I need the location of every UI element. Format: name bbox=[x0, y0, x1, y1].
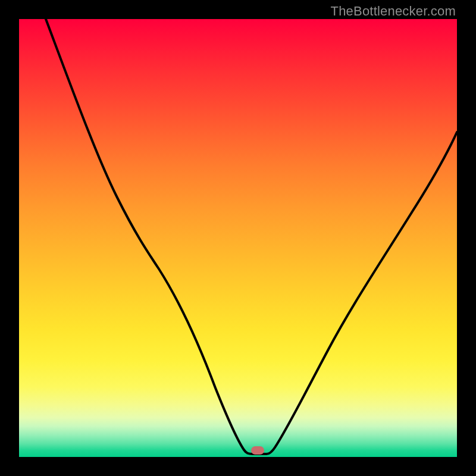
plot-area bbox=[19, 19, 457, 457]
bottleneck-marker bbox=[251, 446, 264, 455]
chart-frame: TheBottlenecker.com bbox=[0, 0, 476, 476]
bottleneck-curve bbox=[19, 19, 457, 457]
bottleneck-curve-path bbox=[46, 19, 457, 454]
watermark-text: TheBottlenecker.com bbox=[331, 4, 456, 19]
